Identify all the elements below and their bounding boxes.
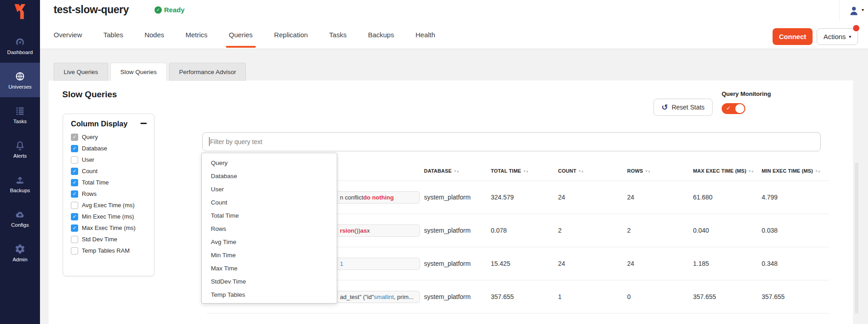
column-header-database[interactable]: DATABASE▼▲ [424,168,459,174]
connect-button[interactable]: Connect [773,28,813,45]
reset-stats-button[interactable]: ↺ Reset Stats [653,99,713,116]
dropdown-option-stddev-time[interactable]: StdDev Time [202,275,337,288]
subtab-slow-queries[interactable]: Slow Queries [110,63,167,81]
sidebar-item-universes[interactable]: Universes [0,63,40,97]
cell-count: 2 [558,227,562,234]
checkbox-checked-icon[interactable]: ✓ [71,145,78,152]
sidebar-item-tasks[interactable]: Tasks [0,97,40,132]
checkbox-checked-icon[interactable]: ✓ [71,190,78,198]
dropdown-option-database[interactable]: Database [202,169,337,183]
subtab-performance-advisor[interactable]: Performance Advisor [169,63,246,81]
checkbox-checked-icon[interactable]: ✓ [71,213,78,220]
cell-count: 24 [558,260,565,267]
sort-arrows-icon: ▼▲ [748,169,753,173]
column-toggle-total-time[interactable]: ✓Total Time [71,177,150,188]
query-fragment-plain: n conflict [340,194,363,201]
alerts-bell-icon [15,140,25,151]
column-toggle-std-dev-time[interactable]: Std Dev Time [71,234,150,245]
sidebar-nav: DashboardUniversesTasksAlertsBackupsConf… [0,28,40,270]
subtab-live-queries[interactable]: Live Queries [54,63,108,81]
dropdown-option-count[interactable]: Count [202,196,337,209]
dropdown-option-total-time[interactable]: Total Time [202,209,337,222]
query-subtabs: Live QueriesSlow QueriesPerformance Advi… [54,63,246,81]
sidebar-item-label: Backups [10,188,30,193]
sidebar-item-label: Tasks [13,119,26,124]
query-monitoring-toggle[interactable]: ✓ [722,103,745,114]
dropdown-option-max-time[interactable]: Max Time [202,262,337,275]
checkbox-unchecked-icon[interactable] [71,202,78,209]
cell-max-exec-time: 1.185 [693,260,709,267]
sidebar-item-configs[interactable]: Configs [0,201,40,235]
column-toggle-count[interactable]: ✓Count [71,165,150,177]
tab-tables[interactable]: Tables [104,20,123,49]
dropdown-option-rows[interactable]: Rows [202,222,337,235]
dropdown-option-avg-time[interactable]: Avg Time [202,235,337,249]
column-header-label: ROWS [627,168,643,174]
app-window: test-slow-query ✓ Ready OverviewTablesNo… [0,0,868,324]
cell-min-exec-time: 4.799 [762,194,778,201]
tab-nodes[interactable]: Nodes [145,20,164,49]
tab-backups[interactable]: Backups [368,20,394,49]
actions-button-label: Actions [823,33,846,40]
column-toggle-query[interactable]: ✓Query [71,131,150,143]
column-toggle-max-exec-time-ms-[interactable]: ✓Max Exec Time (ms) [71,222,150,234]
universe-title: test-slow-query [54,4,129,16]
column-header-count[interactable]: COUNT▼▲ [558,168,584,174]
sidebar-item-alerts[interactable]: Alerts [0,132,40,166]
column-header-label: MIN EXEC TIME (MS) [762,168,813,174]
tasks-list-icon [15,105,25,116]
column-header-total-time[interactable]: TOTAL TIME▼▲ [491,168,529,174]
yugabyte-logo-icon[interactable] [0,1,40,21]
sidebar-item-dashboard[interactable]: Dashboard [0,28,40,63]
column-toggle-rows[interactable]: ✓Rows [71,188,150,199]
dropdown-option-user[interactable]: User [202,183,337,196]
user-avatar-icon[interactable] [848,5,860,19]
column-toggle-min-exec-time-ms-[interactable]: ✓Min Exec Time (ms) [71,211,150,222]
notification-dot [853,25,859,31]
column-toggle-user[interactable]: User [71,154,150,165]
cell-total-time: 357.655 [491,293,514,300]
query-fragment-plain: ad_test" ("id" [340,294,374,300]
column-header-max-exec-time-ms-[interactable]: MAX EXEC TIME (MS)▼▲ [693,168,753,174]
column-header-min-exec-time-ms-[interactable]: MIN EXEC TIME (MS)▼▲ [762,168,820,174]
query-filter-input[interactable] [202,132,821,151]
column-toggle-label: Min Exec Time (ms) [82,213,134,220]
sidebar-item-admin[interactable]: Admin [0,235,40,270]
tab-health[interactable]: Health [415,20,435,49]
tab-tasks[interactable]: Tasks [329,20,346,49]
checkbox-unchecked-icon[interactable] [71,236,78,243]
actions-button[interactable]: Actions ▾ [817,28,858,45]
user-menu-caret-icon: ▾ [862,7,864,12]
sort-arrows-icon: ▼▲ [645,169,650,173]
user-menu-divider [839,0,840,21]
tab-replication[interactable]: Replication [274,20,308,49]
checkbox-checked-icon[interactable]: ✓ [71,224,78,232]
reset-stats-label: Reset Stats [672,104,704,111]
dropdown-option-temp-tables[interactable]: Temp Tables [202,288,337,301]
cell-database: system_platform [424,260,471,267]
collapse-minus-icon[interactable] [140,123,147,124]
column-header-rows[interactable]: ROWS▼▲ [627,168,650,174]
column-toggle-label: Temp Tables RAM [82,247,130,254]
cell-count: 1 [558,293,562,300]
dropdown-option-min-time[interactable]: Min Time [202,249,337,262]
tab-overview[interactable]: Overview [54,20,82,49]
checkbox-unchecked-icon[interactable] [71,247,78,254]
column-toggle-temp-tables-ram[interactable]: Temp Tables RAM [71,245,150,256]
status-badge-label: Ready [164,6,185,14]
checkbox-unchecked-icon[interactable] [71,156,78,164]
tab-metrics[interactable]: Metrics [185,20,207,49]
column-toggle-database[interactable]: ✓Database [71,143,150,154]
sidebar-item-label: Admin [13,257,28,262]
status-badge: ✓ Ready [155,6,185,14]
checkbox-checked-icon[interactable]: ✓ [71,134,78,141]
query-fragment-literal: 1 [340,260,343,267]
checkbox-checked-icon[interactable]: ✓ [71,168,78,175]
dropdown-option-query[interactable]: Query [202,156,337,169]
vertical-scrollbar[interactable] [855,163,858,314]
column-toggle-label: Avg Exec Time (ms) [82,202,135,209]
column-toggle-avg-exec-time-ms-[interactable]: Avg Exec Time (ms) [71,199,150,211]
tab-queries[interactable]: Queries [229,20,253,49]
checkbox-checked-icon[interactable]: ✓ [71,179,78,186]
sidebar-item-backups[interactable]: Backups [0,166,40,201]
